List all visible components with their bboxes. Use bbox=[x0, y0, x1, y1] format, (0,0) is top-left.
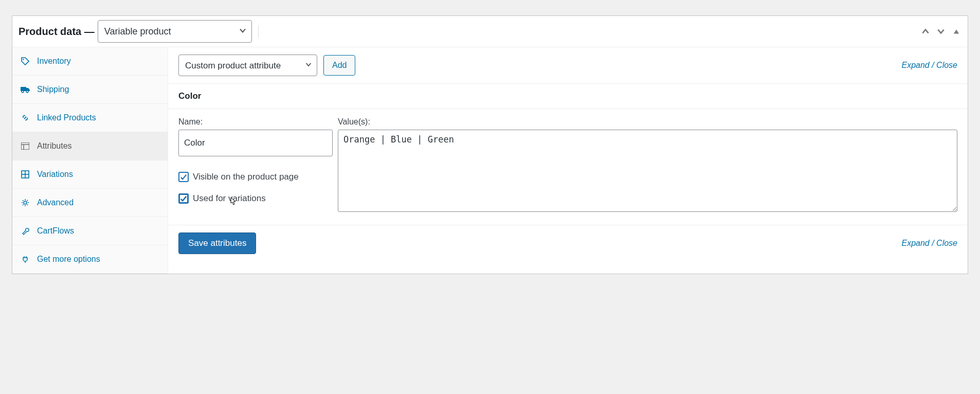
wrench-icon bbox=[21, 227, 30, 235]
visible-checkbox[interactable] bbox=[178, 172, 189, 182]
attribute-name-input[interactable] bbox=[178, 130, 333, 156]
tab-label: Advanced bbox=[37, 198, 74, 207]
svg-point-0 bbox=[23, 59, 24, 60]
product-data-tabs: Inventory Shipping Linked Products Attri… bbox=[12, 47, 168, 274]
link-icon bbox=[21, 114, 30, 122]
panel-header-controls bbox=[920, 26, 961, 37]
used-for-variations-label: Used for variations bbox=[193, 193, 266, 204]
attribute-block: Color Name: Visible on the product page bbox=[168, 84, 968, 225]
panel-title: Product data — bbox=[19, 26, 95, 38]
attribute-type-select-wrap: Custom product attribute bbox=[178, 55, 317, 76]
tab-variations[interactable]: Variations bbox=[12, 160, 168, 189]
attribute-type-select[interactable]: Custom product attribute bbox=[178, 55, 317, 76]
attributes-toolbar: Custom product attribute Add Expand / Cl… bbox=[168, 47, 968, 84]
svg-point-2 bbox=[22, 91, 24, 93]
attribute-heading[interactable]: Color bbox=[168, 84, 968, 109]
tab-label: CartFlows bbox=[37, 226, 74, 236]
list-icon bbox=[21, 142, 30, 150]
save-attributes-button[interactable]: Save attributes bbox=[178, 232, 256, 254]
attribute-right-column: Value(s): bbox=[338, 117, 957, 213]
attribute-left-column: Name: Visible on the product page bbox=[178, 117, 333, 213]
tab-shipping[interactable]: Shipping bbox=[12, 76, 168, 104]
tab-advanced[interactable]: Advanced bbox=[12, 189, 168, 217]
tab-cartflows[interactable]: CartFlows bbox=[12, 217, 168, 245]
tab-inventory[interactable]: Inventory bbox=[12, 47, 168, 76]
used-for-variations-checkbox[interactable] bbox=[178, 193, 189, 204]
collapse-triangle-icon[interactable] bbox=[951, 26, 961, 37]
gear-icon bbox=[21, 199, 30, 207]
tab-label: Attributes bbox=[37, 141, 72, 151]
add-attribute-button[interactable]: Add bbox=[323, 55, 355, 76]
chevron-down-icon[interactable] bbox=[936, 26, 946, 37]
product-type-select-wrap: Variable product bbox=[98, 20, 252, 43]
attribute-name-label: Name: bbox=[178, 117, 333, 127]
tab-linked-products[interactable]: Linked Products bbox=[12, 104, 168, 132]
tab-get-more-options[interactable]: Get more options bbox=[12, 245, 168, 274]
tab-label: Get more options bbox=[37, 255, 100, 264]
expand-close-link-bottom[interactable]: Expand / Close bbox=[901, 239, 957, 248]
tab-label: Variations bbox=[37, 170, 73, 179]
panel-body: Inventory Shipping Linked Products Attri… bbox=[12, 47, 968, 274]
svg-point-10 bbox=[24, 201, 27, 204]
attribute-values-textarea[interactable] bbox=[338, 130, 957, 212]
chevron-up-icon[interactable] bbox=[920, 26, 931, 37]
svg-point-3 bbox=[26, 91, 28, 93]
tab-label: Inventory bbox=[37, 57, 71, 66]
attribute-body: Name: Visible on the product page bbox=[168, 109, 968, 225]
product-data-panel: Product data — Variable product bbox=[12, 15, 968, 274]
expand-close-link[interactable]: Expand / Close bbox=[901, 61, 957, 70]
tag-icon bbox=[21, 57, 30, 65]
svg-rect-4 bbox=[21, 142, 29, 150]
tab-label: Shipping bbox=[37, 85, 69, 94]
product-type-select[interactable]: Variable product bbox=[98, 20, 252, 43]
tab-label: Linked Products bbox=[37, 113, 96, 122]
panel-header: Product data — Variable product bbox=[12, 16, 968, 47]
visible-checkbox-row: Visible on the product page bbox=[178, 172, 333, 182]
plug-icon bbox=[21, 255, 30, 263]
truck-icon bbox=[21, 86, 30, 93]
grid-icon bbox=[21, 170, 30, 178]
attributes-content: Custom product attribute Add Expand / Cl… bbox=[168, 47, 968, 274]
attributes-footer: Save attributes Expand / Close bbox=[168, 225, 968, 268]
tab-attributes[interactable]: Attributes bbox=[12, 132, 168, 160]
attribute-values-label: Value(s): bbox=[338, 117, 957, 127]
variations-checkbox-row: Used for variations bbox=[178, 193, 333, 204]
header-divider bbox=[258, 25, 259, 38]
visible-checkbox-label: Visible on the product page bbox=[193, 172, 299, 182]
